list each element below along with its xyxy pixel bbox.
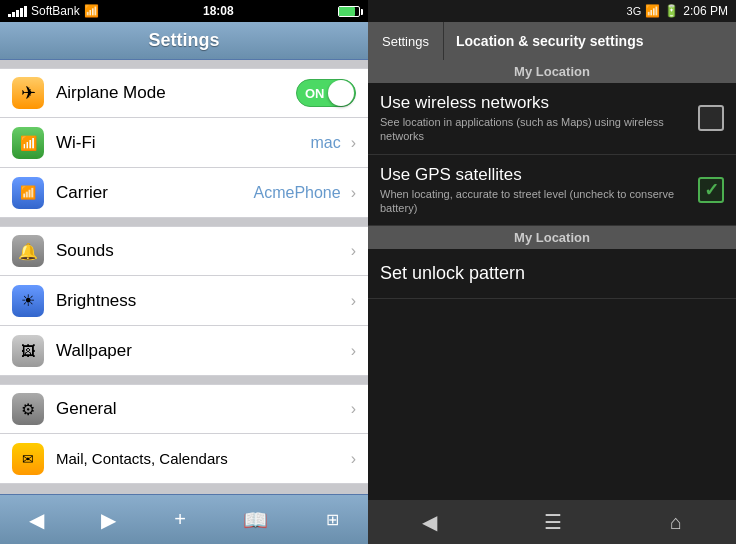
toggle-on-label: ON [305, 86, 325, 101]
android-status-bar: 3G 📶 🔋 2:06 PM [368, 0, 736, 22]
wallpaper-icon: 🖼 [12, 335, 44, 367]
ios-title: Settings [148, 30, 219, 50]
sounds-icon: 🔔 [12, 235, 44, 267]
android-section-header-2: My Location [368, 226, 736, 249]
airplane-mode-toggle[interactable]: ON [296, 79, 356, 107]
checkmark-icon: ✓ [704, 179, 719, 201]
wifi-chevron-icon: › [351, 134, 356, 152]
signal-bars-icon [8, 6, 27, 17]
android-bars-icon: 📶 [645, 4, 660, 18]
ios-nav-bar: Settings [0, 22, 368, 60]
tabs-button[interactable]: ⊞ [314, 506, 351, 533]
wifi-value: mac [310, 134, 340, 152]
gps-title: Use GPS satellites [380, 165, 688, 185]
wifi-label: Wi-Fi [56, 133, 310, 153]
android-list: My Location Use wireless networks See lo… [368, 60, 736, 500]
ios-section-1: ✈ Airplane Mode ON 📶 Wi-Fi mac › 📶 Carri… [0, 68, 368, 218]
unlock-title: Set unlock pattern [380, 263, 724, 284]
android-home-button[interactable]: ⌂ [654, 505, 698, 540]
wifi-icon: 📶 [84, 4, 99, 18]
android-bottom-nav: ◀ ☰ ⌂ [368, 500, 736, 544]
sounds-chevron-icon: › [351, 242, 356, 260]
android-time: 2:06 PM [683, 4, 728, 18]
add-button[interactable]: + [162, 504, 198, 535]
ios-cell-carrier[interactable]: 📶 Carrier AcmePhone › [0, 168, 368, 218]
android-menu-button[interactable]: ☰ [528, 504, 578, 540]
android-screen-title: Location & security settings [444, 22, 736, 60]
android-battery-icon: 🔋 [664, 4, 679, 18]
ios-time: 18:08 [203, 4, 234, 18]
wireless-desc: See location in applications (such as Ma… [380, 115, 688, 144]
mail-label: Mail, Contacts, Calendars [56, 450, 347, 467]
gps-text: Use GPS satellites When locating, accura… [380, 165, 688, 216]
carrier-label: Carrier [56, 183, 254, 203]
bookmarks-button[interactable]: 📖 [231, 504, 280, 536]
ios-cell-general[interactable]: ⚙ General › [0, 384, 368, 434]
android-back-button[interactable]: Settings [368, 22, 444, 60]
carrier-chevron-icon: › [351, 184, 356, 202]
android-back-nav-button[interactable]: ◀ [406, 504, 453, 540]
general-icon: ⚙ [12, 393, 44, 425]
android-signal-icon: 3G [627, 5, 642, 17]
wireless-title: Use wireless networks [380, 93, 688, 113]
battery-icon [338, 6, 360, 17]
ios-status-left: SoftBank 📶 [8, 4, 99, 18]
wifi-cell-icon: 📶 [12, 127, 44, 159]
mail-icon: ✉ [12, 443, 44, 475]
wireless-text: Use wireless networks See location in ap… [380, 93, 688, 144]
carrier-value: AcmePhone [254, 184, 341, 202]
ios-panel: SoftBank 📶 18:08 Settings ✈ Airplane Mod… [0, 0, 368, 544]
ios-toolbar: ◀ ▶ + 📖 ⊞ [0, 494, 368, 544]
carrier-icon: 📶 [12, 177, 44, 209]
airplane-mode-label: Airplane Mode [56, 83, 296, 103]
brightness-chevron-icon: › [351, 292, 356, 310]
airplane-mode-icon: ✈ [12, 77, 44, 109]
ios-cell-brightness[interactable]: ☀ Brightness › [0, 276, 368, 326]
ios-cell-mail[interactable]: ✉ Mail, Contacts, Calendars › [0, 434, 368, 484]
brightness-icon: ☀ [12, 285, 44, 317]
android-row-gps[interactable]: Use GPS satellites When locating, accura… [368, 155, 736, 227]
toggle-knob [328, 80, 354, 106]
android-row-unlock[interactable]: Set unlock pattern [368, 249, 736, 299]
back-button[interactable]: ◀ [17, 504, 56, 536]
ios-settings-list: ✈ Airplane Mode ON 📶 Wi-Fi mac › 📶 Carri… [0, 60, 368, 494]
android-back-label: Settings [382, 34, 429, 49]
android-section-header-1: My Location [368, 60, 736, 83]
ios-cell-sounds[interactable]: 🔔 Sounds › [0, 226, 368, 276]
wireless-checkbox[interactable] [698, 105, 724, 131]
general-chevron-icon: › [351, 400, 356, 418]
ios-cell-wallpaper[interactable]: 🖼 Wallpaper › [0, 326, 368, 376]
forward-button[interactable]: ▶ [89, 504, 128, 536]
sounds-label: Sounds [56, 241, 347, 261]
general-label: General [56, 399, 347, 419]
carrier-label: SoftBank [31, 4, 80, 18]
android-nav-bar: Settings Location & security settings [368, 22, 736, 60]
ios-cell-wifi[interactable]: 📶 Wi-Fi mac › [0, 118, 368, 168]
android-row-wireless[interactable]: Use wireless networks See location in ap… [368, 83, 736, 155]
brightness-label: Brightness [56, 291, 347, 311]
gps-desc: When locating, accurate to street level … [380, 187, 688, 216]
wallpaper-label: Wallpaper [56, 341, 347, 361]
ios-section-3: ⚙ General › ✉ Mail, Contacts, Calendars … [0, 384, 368, 484]
wallpaper-chevron-icon: › [351, 342, 356, 360]
ios-status-bar: SoftBank 📶 18:08 [0, 0, 368, 22]
android-panel: 3G 📶 🔋 2:06 PM Settings Location & secur… [368, 0, 736, 544]
ios-cell-airplane-mode[interactable]: ✈ Airplane Mode ON [0, 68, 368, 118]
mail-chevron-icon: › [351, 450, 356, 468]
ios-section-2: 🔔 Sounds › ☀ Brightness › 🖼 Wallpaper › [0, 226, 368, 376]
gps-checkbox[interactable]: ✓ [698, 177, 724, 203]
